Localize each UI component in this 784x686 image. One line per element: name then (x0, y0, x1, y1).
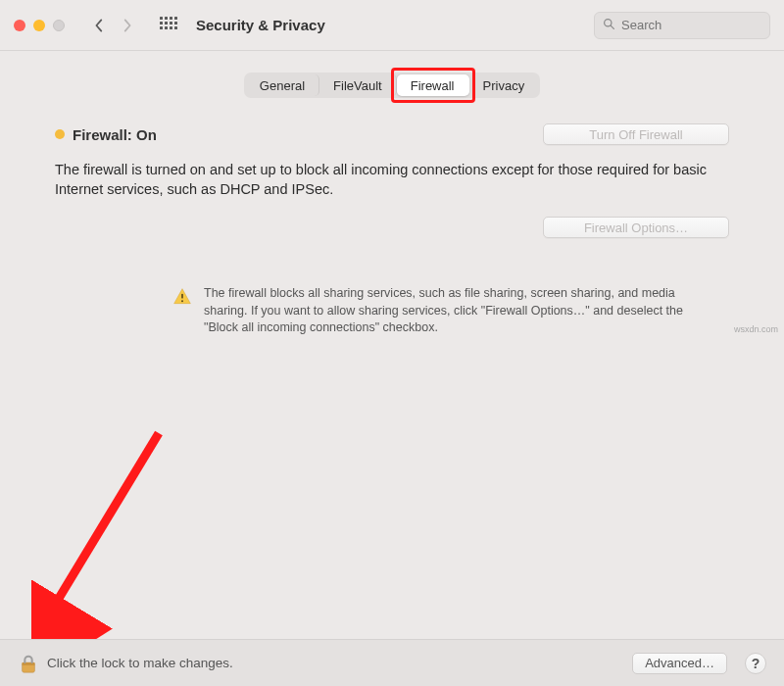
advanced-button[interactable]: Advanced… (632, 653, 727, 674)
tab-general[interactable]: General (246, 74, 319, 96)
search-icon (603, 17, 615, 34)
fullscreen-window-button[interactable] (53, 20, 65, 31)
nav-buttons (84, 12, 141, 39)
warning-icon (172, 287, 192, 307)
svg-rect-4 (160, 22, 163, 24)
forward-button[interactable] (114, 12, 141, 39)
tabs: General FileVault Firewall Privacy (244, 73, 540, 98)
lock-help-text: Click the lock to make changes. (47, 656, 233, 670)
show-all-button[interactable] (155, 12, 182, 39)
window-title: Security & Privacy (196, 17, 325, 33)
lock-icon[interactable] (18, 653, 39, 674)
search-box[interactable] (594, 12, 770, 39)
firewall-content: Firewall: On Turn Off Firewall The firew… (18, 123, 766, 337)
svg-rect-0 (160, 17, 163, 20)
svg-rect-1 (165, 17, 168, 20)
tab-privacy[interactable]: Privacy (469, 74, 539, 96)
preferences-panel: General FileVault Firewall Privacy Firew… (0, 51, 784, 639)
warning-block: The firewall blocks all sharing services… (55, 285, 729, 337)
tab-filevault[interactable]: FileVault (319, 74, 397, 96)
firewall-status-label: Firewall: On (73, 126, 157, 143)
svg-rect-5 (165, 22, 168, 24)
svg-point-15 (181, 300, 183, 302)
tab-firewall[interactable]: Firewall (397, 74, 469, 96)
svg-rect-9 (165, 26, 168, 29)
footer-bar: Click the lock to make changes. Advanced… (0, 639, 784, 686)
search-input[interactable] (621, 18, 761, 32)
status-row: Firewall: On Turn Off Firewall (55, 123, 729, 145)
svg-rect-11 (174, 26, 177, 29)
tabs-row: General FileVault Firewall Privacy (18, 73, 766, 98)
window-toolbar: Security & Privacy (0, 0, 784, 51)
minimize-window-button[interactable] (33, 20, 45, 31)
svg-rect-6 (170, 22, 172, 24)
status-dot-icon (55, 129, 65, 139)
svg-rect-3 (174, 17, 177, 20)
options-row: Firewall Options… (55, 217, 729, 238)
turn-off-firewall-button[interactable]: Turn Off Firewall (543, 123, 729, 145)
svg-rect-8 (160, 26, 163, 29)
svg-line-13 (611, 25, 613, 28)
svg-rect-14 (181, 294, 183, 299)
svg-rect-10 (170, 26, 172, 29)
watermark: wsxdn.com (734, 324, 778, 334)
status-left: Firewall: On (55, 126, 157, 143)
traffic-lights (14, 20, 65, 31)
close-window-button[interactable] (14, 20, 25, 31)
help-button[interactable]: ? (745, 653, 766, 674)
firewall-description: The firewall is turned on and set up to … (55, 161, 729, 199)
svg-rect-2 (170, 17, 172, 20)
back-button[interactable] (84, 12, 112, 39)
svg-rect-7 (174, 22, 177, 24)
firewall-options-button[interactable]: Firewall Options… (543, 217, 729, 238)
warning-text: The firewall blocks all sharing services… (204, 285, 690, 337)
